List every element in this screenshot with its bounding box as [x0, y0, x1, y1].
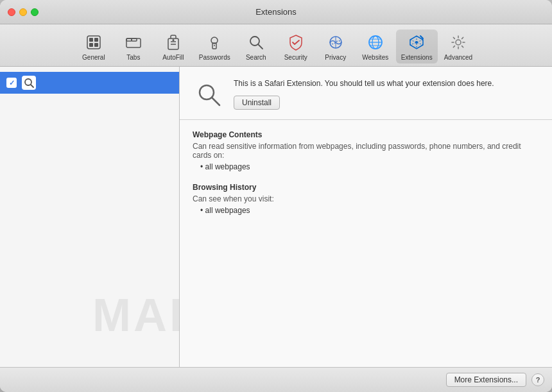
general-label: General: [82, 54, 105, 61]
general-icon: [83, 32, 104, 53]
svg-point-25: [456, 40, 461, 45]
extension-permissions: Webpage Contents Can read sensitive info…: [180, 120, 552, 367]
more-extensions-button[interactable]: More Extensions...: [446, 373, 526, 387]
toolbar-item-general[interactable]: General: [74, 30, 113, 64]
bottom-bar: More Extensions... ?: [0, 367, 552, 392]
sidebar-item-search-ext[interactable]: ✓: [0, 72, 179, 94]
passwords-label: Passwords: [199, 54, 230, 61]
toolbar-item-advanced[interactable]: Advanced: [439, 30, 478, 64]
privacy-icon: [325, 32, 346, 53]
toolbar-item-privacy[interactable]: Privacy: [316, 30, 355, 64]
svg-line-27: [31, 85, 33, 87]
browsing-history-item-0: all webpages: [200, 206, 539, 215]
svg-rect-1: [89, 38, 93, 42]
security-icon: [286, 32, 306, 53]
browsing-history-section: Browsing History Can see when you visit:…: [193, 183, 539, 215]
content-area: MALWARETIPS ✓: [0, 67, 552, 367]
search-label: Search: [246, 54, 266, 61]
toolbar-item-extensions[interactable]: Extensions: [396, 30, 438, 64]
svg-line-29: [212, 98, 220, 105]
svg-rect-2: [94, 38, 98, 42]
webpage-contents-title: Webpage Contents: [193, 130, 539, 139]
svg-rect-3: [89, 43, 93, 47]
titlebar: Extensions: [0, 0, 552, 24]
toolbar-item-security[interactable]: Security: [277, 30, 315, 64]
websites-icon: [365, 32, 386, 53]
svg-rect-4: [94, 43, 98, 47]
svg-rect-5: [126, 38, 141, 47]
extension-description: This is a Safari Extension. You should t…: [234, 78, 539, 89]
extensions-icon: [406, 32, 427, 53]
advanced-icon: [448, 32, 469, 53]
security-label: Security: [284, 54, 307, 61]
passwords-icon: [204, 32, 225, 53]
extension-icon-large: [193, 78, 225, 110]
svg-point-11: [172, 39, 174, 41]
svg-rect-0: [87, 36, 100, 49]
webpage-contents-desc: Can read sensitive information from webp…: [193, 142, 539, 160]
toolbar: General Tabs: [0, 24, 552, 67]
websites-label: Websites: [362, 54, 388, 61]
help-button[interactable]: ?: [531, 373, 544, 386]
extension-info: This is a Safari Extension. You should t…: [234, 78, 539, 110]
extension-checkbox[interactable]: ✓: [6, 78, 17, 88]
tabs-label: Tabs: [126, 54, 140, 61]
advanced-label: Advanced: [444, 54, 472, 61]
extensions-label: Extensions: [401, 54, 433, 61]
extension-icon-small: [22, 76, 36, 90]
svg-rect-7: [132, 38, 137, 41]
browsing-history-desc: Can see when you visit:: [193, 194, 539, 203]
webpage-contents-item-0: all webpages: [200, 162, 539, 171]
svg-point-14: [214, 45, 215, 46]
uninstall-button[interactable]: Uninstall: [234, 96, 280, 110]
toolbar-item-websites[interactable]: Websites: [356, 30, 395, 64]
extensions-sidebar: ✓: [0, 67, 180, 367]
extension-detail-panel: This is a Safari Extension. You should t…: [180, 67, 552, 367]
webpage-contents-section: Webpage Contents Can read sensitive info…: [193, 130, 539, 171]
browsing-history-title: Browsing History: [193, 183, 539, 192]
close-button[interactable]: [8, 8, 15, 16]
window-title: Extensions: [255, 7, 297, 17]
autofill-label: AutoFill: [162, 54, 184, 61]
svg-line-16: [258, 44, 263, 49]
tabs-icon: [123, 32, 144, 53]
toolbar-item-autofill[interactable]: AutoFill: [154, 30, 193, 64]
safari-preferences-window: Extensions General: [0, 0, 552, 392]
maximize-button[interactable]: [31, 8, 39, 16]
toolbar-item-passwords[interactable]: Passwords: [194, 30, 236, 64]
traffic-lights: [8, 8, 39, 16]
toolbar-item-tabs[interactable]: Tabs: [114, 30, 153, 64]
minimize-button[interactable]: [19, 8, 27, 16]
autofill-icon: [163, 32, 184, 53]
extension-header: This is a Safari Extension. You should t…: [180, 67, 552, 120]
toolbar-item-search[interactable]: Search: [237, 30, 275, 64]
svg-point-24: [415, 41, 418, 44]
svg-rect-6: [126, 38, 132, 41]
search-icon: [246, 32, 266, 53]
privacy-label: Privacy: [325, 54, 346, 61]
